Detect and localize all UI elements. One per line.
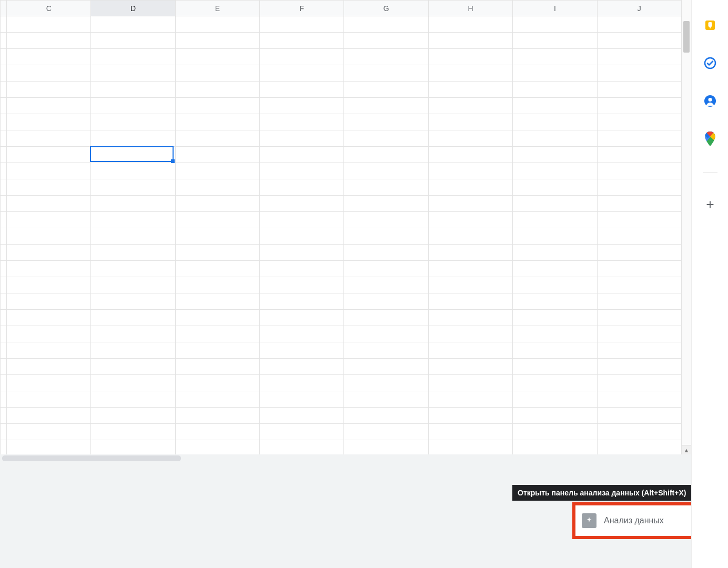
grid-row[interactable] bbox=[1, 16, 682, 33]
grid-row[interactable] bbox=[1, 33, 682, 49]
cell[interactable] bbox=[513, 440, 597, 455]
cell[interactable] bbox=[344, 293, 428, 310]
cell[interactable] bbox=[260, 212, 344, 228]
cell[interactable] bbox=[513, 179, 597, 196]
grid-row[interactable] bbox=[1, 82, 682, 98]
cell[interactable] bbox=[7, 82, 91, 98]
cell[interactable] bbox=[344, 440, 428, 455]
cell[interactable] bbox=[513, 196, 597, 212]
row-gutter-cell[interactable] bbox=[1, 359, 7, 375]
cell[interactable] bbox=[597, 245, 681, 261]
cell[interactable] bbox=[260, 391, 344, 408]
cell[interactable] bbox=[428, 310, 512, 326]
cell[interactable] bbox=[91, 228, 175, 245]
spreadsheet-grid[interactable]: C D E F G H I J bbox=[0, 0, 682, 454]
cell[interactable] bbox=[597, 212, 681, 228]
cell[interactable] bbox=[7, 130, 91, 147]
cell[interactable] bbox=[175, 179, 259, 196]
cell[interactable] bbox=[513, 245, 597, 261]
contacts-icon[interactable] bbox=[703, 94, 717, 108]
cell[interactable] bbox=[513, 130, 597, 147]
cell[interactable] bbox=[7, 359, 91, 375]
cell[interactable] bbox=[428, 326, 512, 342]
cell[interactable] bbox=[428, 391, 512, 408]
cell[interactable] bbox=[597, 424, 681, 440]
cell[interactable] bbox=[428, 375, 512, 391]
cell[interactable] bbox=[91, 440, 175, 455]
cell[interactable] bbox=[7, 326, 91, 342]
cell[interactable] bbox=[344, 82, 428, 98]
cell[interactable] bbox=[597, 342, 681, 359]
cell[interactable] bbox=[513, 65, 597, 82]
cell[interactable] bbox=[260, 408, 344, 424]
cell[interactable] bbox=[260, 440, 344, 455]
cell[interactable] bbox=[175, 440, 259, 455]
cell[interactable] bbox=[513, 98, 597, 114]
col-header-F[interactable]: F bbox=[260, 1, 344, 16]
cell[interactable] bbox=[260, 196, 344, 212]
cell[interactable] bbox=[91, 196, 175, 212]
cells-table[interactable]: C D E F G H I J bbox=[0, 0, 682, 454]
cell[interactable] bbox=[91, 375, 175, 391]
cell[interactable] bbox=[344, 130, 428, 147]
col-header-I[interactable]: I bbox=[513, 1, 597, 16]
cell[interactable] bbox=[513, 408, 597, 424]
cell[interactable] bbox=[344, 65, 428, 82]
cell[interactable] bbox=[91, 326, 175, 342]
cell[interactable] bbox=[7, 196, 91, 212]
row-gutter-cell[interactable] bbox=[1, 408, 7, 424]
grid-row[interactable] bbox=[1, 114, 682, 130]
row-gutter-cell[interactable] bbox=[1, 130, 7, 147]
cell[interactable] bbox=[91, 391, 175, 408]
cell[interactable] bbox=[597, 359, 681, 375]
row-gutter-cell[interactable] bbox=[1, 228, 7, 245]
cell[interactable] bbox=[7, 228, 91, 245]
cell[interactable] bbox=[428, 179, 512, 196]
cell[interactable] bbox=[91, 114, 175, 130]
cell[interactable] bbox=[260, 424, 344, 440]
cell[interactable] bbox=[175, 359, 259, 375]
col-header-H[interactable]: H bbox=[428, 1, 512, 16]
cell[interactable] bbox=[175, 408, 259, 424]
cell[interactable] bbox=[513, 147, 597, 163]
grid-row[interactable] bbox=[1, 277, 682, 293]
cell[interactable] bbox=[428, 49, 512, 65]
cell[interactable] bbox=[428, 228, 512, 245]
grid-row[interactable] bbox=[1, 49, 682, 65]
cell[interactable] bbox=[91, 277, 175, 293]
cell[interactable] bbox=[597, 326, 681, 342]
grid-row[interactable] bbox=[1, 342, 682, 359]
cell[interactable] bbox=[91, 342, 175, 359]
cell[interactable] bbox=[91, 130, 175, 147]
row-gutter-cell[interactable] bbox=[1, 326, 7, 342]
cell[interactable] bbox=[7, 408, 91, 424]
cell[interactable] bbox=[513, 114, 597, 130]
cell[interactable] bbox=[260, 65, 344, 82]
row-gutter-cell[interactable] bbox=[1, 261, 7, 277]
grid-row[interactable] bbox=[1, 391, 682, 408]
cell[interactable] bbox=[597, 179, 681, 196]
cell[interactable] bbox=[344, 49, 428, 65]
cell[interactable] bbox=[7, 179, 91, 196]
grid-row[interactable] bbox=[1, 440, 682, 455]
grid-row[interactable] bbox=[1, 228, 682, 245]
explore-button[interactable]: Анализ данных bbox=[582, 511, 664, 531]
cell[interactable] bbox=[597, 408, 681, 424]
maps-icon[interactable] bbox=[703, 131, 717, 146]
row-gutter-cell[interactable] bbox=[1, 277, 7, 293]
col-header-D[interactable]: D bbox=[91, 1, 175, 16]
grid-row[interactable] bbox=[1, 375, 682, 391]
col-header-J[interactable]: J bbox=[597, 1, 681, 16]
cell[interactable] bbox=[7, 163, 91, 179]
grid-row[interactable] bbox=[1, 326, 682, 342]
cell[interactable] bbox=[91, 408, 175, 424]
cell[interactable] bbox=[597, 33, 681, 49]
cell[interactable] bbox=[91, 359, 175, 375]
grid-row[interactable] bbox=[1, 147, 682, 163]
cell[interactable] bbox=[344, 375, 428, 391]
cell[interactable] bbox=[597, 277, 681, 293]
cell[interactable] bbox=[260, 130, 344, 147]
cell[interactable] bbox=[344, 359, 428, 375]
cell[interactable] bbox=[91, 98, 175, 114]
cell[interactable] bbox=[175, 196, 259, 212]
